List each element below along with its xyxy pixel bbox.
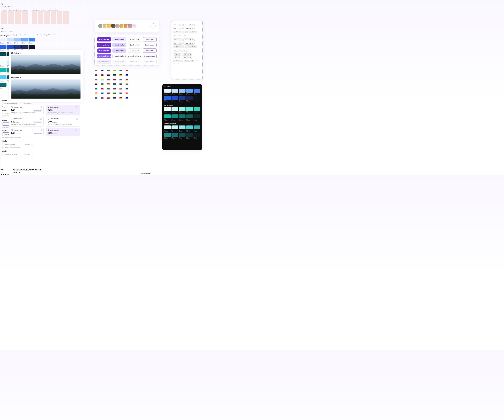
color-swatch[interactable]: 900#061E20 xyxy=(193,133,200,139)
tag[interactable]: Címke4✕ xyxy=(183,24,195,26)
close-icon[interactable]: ✕ xyxy=(194,31,195,33)
button-ghost-star[interactable]: ☆Gomb címke☆ xyxy=(128,54,141,58)
tag[interactable]: Címke4 xyxy=(173,42,183,45)
checkbox-icon[interactable] xyxy=(40,106,42,108)
checkbox-icon[interactable] xyxy=(40,118,42,120)
add-avatar-button[interactable]: + xyxy=(150,23,156,29)
radio-icon[interactable] xyxy=(48,118,49,120)
tag[interactable]: Címke4 xyxy=(173,53,181,56)
color-swatch[interactable]: 200#A0C5FF xyxy=(179,89,186,95)
button-ghost-star[interactable]: ☆Gomb címke☆ xyxy=(112,54,126,58)
color-swatch[interactable]: 100#C3F2F3 xyxy=(172,126,178,132)
color-swatch[interactable]: 100#C2FEEC xyxy=(172,107,178,113)
color-swatch[interactable]: 800#081B5F xyxy=(186,96,193,102)
color-swatch[interactable]: 500#0CA187 xyxy=(164,114,171,121)
color-swatch[interactable]: 400#2BB0B4 xyxy=(193,126,200,132)
button-outlined-star[interactable]: ☆Gomb címke xyxy=(143,54,157,58)
tag-selected[interactable]: ✓Címke4 xyxy=(173,60,183,62)
radio-icon[interactable] xyxy=(11,118,13,120)
pricing-option[interactable]: Alap csomag €49havontafizetős/hónap xyxy=(9,128,44,136)
color-swatch[interactable]: 50#ECFEFA xyxy=(164,107,171,113)
button-primary-star[interactable]: ☆Gomb címke☆ xyxy=(97,54,111,58)
button-outlined[interactable]: Gomb címke xyxy=(143,43,157,47)
color-swatch[interactable]: 500#14B8A6 xyxy=(0,68,6,74)
radio-icon[interactable] xyxy=(48,129,49,131)
color-swatch[interactable]: 100#C7DFFF xyxy=(172,89,178,95)
close-icon[interactable]: ✕ xyxy=(192,60,193,62)
avatar-overflow-badge[interactable]: +4 xyxy=(132,23,137,29)
tag[interactable]: Címke4✕ xyxy=(183,27,195,30)
color-swatch[interactable]: 300#5C9CFF xyxy=(186,89,193,95)
pricing-option-selected[interactable]: Alap csomag €49havonta Itt kifejtheted, … xyxy=(46,105,80,115)
checkbox-icon[interactable] xyxy=(77,106,78,108)
color-swatch[interactable]: 800#083E36 xyxy=(186,114,193,121)
color-swatch[interactable]: 400#2F80FF xyxy=(193,89,200,95)
tag[interactable]: Címke4 xyxy=(173,38,183,41)
color-swatch[interactable]: 700#024A59 xyxy=(0,52,6,59)
color-swatch[interactable]: 500#1A8B90 xyxy=(164,133,171,139)
close-icon[interactable]: ✕ xyxy=(194,46,195,48)
radio-icon[interactable] xyxy=(11,106,13,108)
button-outlined[interactable]: Gomb címke xyxy=(143,37,157,42)
color-swatch[interactable]: 800#0B3639 xyxy=(186,133,193,139)
pricing-option[interactable]: Alap csomag €49havonta Itt kifejtheted, … xyxy=(46,116,80,127)
button-primary[interactable]: Gomb címke xyxy=(97,48,111,53)
tag[interactable]: Címke4✕ xyxy=(182,57,192,59)
text-input[interactable]: ☆Helykitöltő szövegPlusz infó☆ xyxy=(2,153,33,156)
color-swatch[interactable]: 600#146B70 xyxy=(172,133,178,139)
tag-selected[interactable]: Címke4✕ xyxy=(185,46,197,48)
color-swatch[interactable]: 50#E8F1FF xyxy=(164,89,171,95)
checkbox-icon[interactable] xyxy=(40,129,42,131)
button-outlined[interactable]: Gomb címke xyxy=(143,48,157,53)
color-swatch[interactable]: 200#93E4E6 xyxy=(179,126,186,132)
radio-icon[interactable] xyxy=(11,129,13,131)
color-swatch[interactable]: 400#24CCAE xyxy=(193,107,200,113)
color-swatch[interactable]: 200#92F5DE xyxy=(179,107,186,113)
button-ghost[interactable]: Gomb címke xyxy=(128,37,141,42)
color-swatch[interactable]: 700#106A77 xyxy=(0,83,6,89)
tag[interactable]: Címke4✕ xyxy=(183,38,195,41)
color-swatch[interactable]: 500#2563EB xyxy=(0,45,6,51)
tag-selected[interactable]: ✓Címke4 xyxy=(173,31,185,33)
pricing-option[interactable]: Alap csomag €49havontafizetős/hónap Itt … xyxy=(9,105,44,115)
tag-selected[interactable]: ✓Címke4 xyxy=(173,46,185,48)
color-swatch[interactable]: 600#0A7A67 xyxy=(172,114,178,121)
close-icon[interactable]: ✕ xyxy=(192,28,193,29)
color-swatch[interactable]: 500#4CCCFF xyxy=(0,75,6,82)
color-swatch[interactable]: 900#04231E xyxy=(193,114,200,121)
tag[interactable]: Címke4 xyxy=(173,57,181,59)
close-icon[interactable]: ✕ xyxy=(192,24,193,26)
button-secondary[interactable]: Gomb címke xyxy=(112,48,126,53)
checkbox-icon[interactable] xyxy=(77,118,78,120)
tag[interactable]: Címke4 xyxy=(173,27,183,30)
text-input[interactable]: ☆Példát írtam idePlusz infó☆ xyxy=(2,143,33,146)
radio-icon[interactable] xyxy=(48,106,49,108)
color-swatch[interactable]: 50#E9FBFB xyxy=(164,126,171,132)
tag[interactable]: Címke4✕ xyxy=(183,42,195,45)
button-secondary[interactable]: Gomb címke xyxy=(112,43,126,47)
pricing-option[interactable]: Alap csomag €49havontafizetős/hónap Itt … xyxy=(9,116,44,127)
tag[interactable]: Címke4✕ xyxy=(182,53,192,56)
color-swatch[interactable]: 600#0F35D6 xyxy=(172,96,178,102)
close-icon[interactable]: ✕ xyxy=(190,57,191,59)
color-swatch[interactable]: 300#53E5C7 xyxy=(186,107,193,113)
color-swatch[interactable]: 300#55CFD2 xyxy=(186,126,193,132)
close-icon[interactable]: ✕ xyxy=(190,54,191,55)
checkbox-icon[interactable] xyxy=(77,129,78,131)
close-icon[interactable]: ✕ xyxy=(192,42,193,44)
tag[interactable]: Címke4 xyxy=(173,24,183,26)
color-swatch[interactable]: 50#F0FDFA xyxy=(0,61,6,67)
tag-selected[interactable]: Címke4✕ xyxy=(184,60,194,62)
button-primary[interactable]: Gomb címke xyxy=(97,43,111,47)
button-secondary[interactable]: Gomb címke xyxy=(112,37,126,42)
color-swatch[interactable]: 900#041033 xyxy=(193,96,200,102)
close-icon[interactable]: ✕ xyxy=(192,39,193,41)
color-swatch[interactable]: 700#0A5A4E xyxy=(179,114,186,121)
color-swatch[interactable]: 700#0C278E xyxy=(179,96,186,102)
button-ghost[interactable]: Gomb címke xyxy=(128,43,141,47)
color-swatch[interactable]: 700#104F53 xyxy=(179,133,186,139)
button-primary[interactable]: Gomb címke xyxy=(97,37,111,42)
color-swatch[interactable]: 500#164AFF xyxy=(164,96,171,102)
tag-selected[interactable]: Címke4✕ xyxy=(185,31,197,33)
pricing-option-selected[interactable]: Alap csomag €49havonta xyxy=(46,128,80,136)
